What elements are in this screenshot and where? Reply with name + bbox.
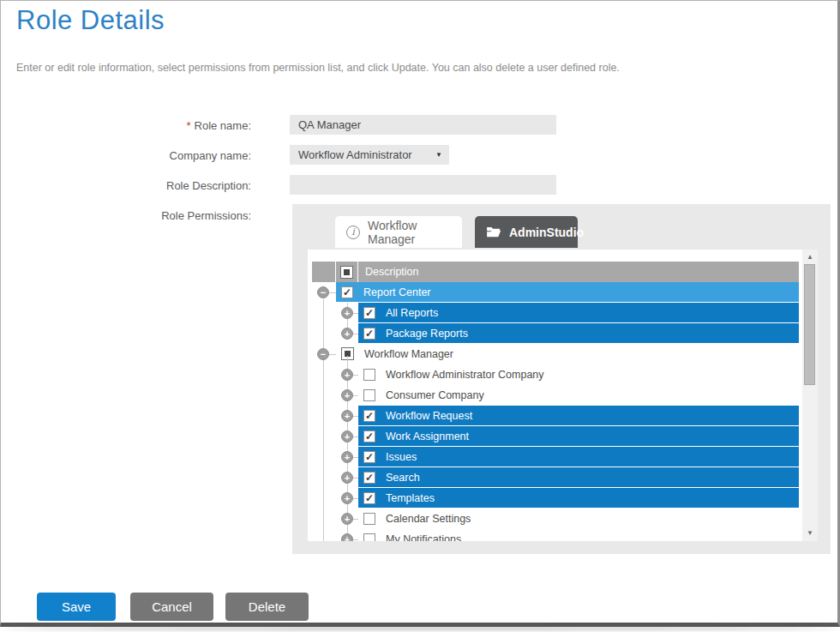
tree-row-band: Search xyxy=(358,467,799,488)
row-label: Work Assignment xyxy=(386,430,469,442)
plus-icon[interactable]: + xyxy=(341,451,353,463)
tree-row[interactable]: +Work Assignment xyxy=(312,426,799,447)
permissions-grid-body: −Report Center+All Reports+Package Repor… xyxy=(312,282,799,541)
tree-row[interactable]: +Issues xyxy=(312,447,799,467)
tree-row-gutter: + xyxy=(312,385,358,406)
minus-icon[interactable]: − xyxy=(317,348,329,360)
role-description-label: Role Description: xyxy=(18,179,251,192)
row-checkbox[interactable] xyxy=(363,307,375,319)
select-all-checkbox[interactable] xyxy=(340,266,353,279)
row-checkbox[interactable] xyxy=(363,513,375,525)
plus-icon[interactable]: + xyxy=(341,533,353,541)
page-title: Role Details xyxy=(16,5,165,36)
vertical-scrollbar[interactable]: ▲ ▼ xyxy=(802,250,818,541)
tree-row-gutter: − xyxy=(312,344,336,364)
tree-row-band: Workflow Request xyxy=(358,406,799,426)
plus-icon[interactable]: + xyxy=(341,492,353,504)
row-label: Package Reports xyxy=(386,328,468,340)
tree-row-band: Work Assignment xyxy=(358,426,799,447)
tree-row[interactable]: +Package Reports xyxy=(312,323,799,344)
tree-row-gutter: + xyxy=(312,303,358,323)
tab-workflow-manager[interactable]: i Workflow Manager xyxy=(335,216,462,248)
row-checkbox[interactable] xyxy=(363,389,375,401)
tab-label: Workflow Manager xyxy=(368,219,451,246)
role-description-input[interactable] xyxy=(290,175,556,195)
tree-row-band: Workflow Manager xyxy=(336,344,799,364)
tree-row[interactable]: +Workflow Request xyxy=(312,406,799,426)
required-asterisk: * xyxy=(186,119,190,132)
tree-row[interactable]: +My Notifications xyxy=(312,529,799,541)
row-checkbox[interactable] xyxy=(363,410,375,422)
row-label: All Reports xyxy=(386,307,438,319)
tree-row[interactable]: −Report Center xyxy=(312,282,799,303)
role-name-input[interactable] xyxy=(290,115,556,135)
tree-row-gutter: + xyxy=(312,467,358,488)
plus-icon[interactable]: + xyxy=(341,369,353,381)
window-drop-shadow xyxy=(5,627,835,630)
tree-row-band: Report Center xyxy=(336,282,799,303)
tree-row-gutter: + xyxy=(312,488,358,509)
tree-row-band: Issues xyxy=(358,447,799,467)
caret-down-icon: ▼ xyxy=(435,151,442,159)
row-label: Issues xyxy=(386,451,417,463)
row-checkbox[interactable] xyxy=(363,533,375,542)
row-label: Workflow Request xyxy=(386,410,472,422)
grid-header-checkbox-cell xyxy=(336,262,358,282)
triangle-up-icon[interactable]: ▲ xyxy=(802,252,818,262)
tree-row-gutter: + xyxy=(312,509,358,529)
row-label: Calendar Settings xyxy=(386,513,471,525)
role-permissions-panel: i Workflow Manager AdminStudio Descripti… xyxy=(292,204,831,554)
row-checkbox[interactable] xyxy=(363,430,375,442)
tree-row[interactable]: +Calendar Settings xyxy=(312,509,799,529)
minus-icon[interactable]: − xyxy=(317,286,329,298)
row-label: Consumer Company xyxy=(386,389,484,401)
row-checkbox[interactable] xyxy=(363,472,375,484)
save-button[interactable]: Save xyxy=(37,593,116,621)
tree-row-gutter: + xyxy=(312,406,358,426)
delete-button[interactable]: Delete xyxy=(225,593,309,621)
row-checkbox[interactable] xyxy=(341,286,353,298)
role-permissions-label: Role Permissions: xyxy=(18,209,251,222)
plus-icon[interactable]: + xyxy=(341,328,353,340)
company-name-select[interactable]: Workflow Administrator ▼ xyxy=(290,145,449,165)
permissions-grid: Description −Report Center+All Reports+P… xyxy=(312,262,799,541)
tree-row[interactable]: +Templates xyxy=(312,488,799,509)
tree-row[interactable]: +Consumer Company xyxy=(312,385,799,406)
row-checkbox[interactable] xyxy=(363,328,375,340)
tree-row[interactable]: −Workflow Manager xyxy=(312,344,799,364)
row-checkbox[interactable] xyxy=(363,492,375,504)
plus-icon[interactable]: + xyxy=(341,472,353,484)
tree-row-gutter: − xyxy=(312,282,336,303)
tree-row-band: My Notifications xyxy=(358,529,799,541)
tab-adminstudio[interactable]: AdminStudio xyxy=(475,216,578,248)
plus-icon[interactable]: + xyxy=(341,389,353,401)
tree-row[interactable]: +Search xyxy=(312,467,799,488)
grid-header-gutter xyxy=(312,262,336,282)
company-name-label: Company name: xyxy=(18,149,251,162)
grid-header: Description xyxy=(312,262,799,282)
row-label: Search xyxy=(386,472,420,484)
tree-row-gutter: + xyxy=(312,447,358,467)
row-checkbox[interactable] xyxy=(363,369,375,381)
role-name-label: *Role name: xyxy=(18,119,251,132)
tree-row-band: All Reports xyxy=(358,303,799,323)
tree-row-gutter: + xyxy=(312,529,358,541)
tree-row[interactable]: +All Reports xyxy=(312,303,799,323)
triangle-down-icon[interactable]: ▼ xyxy=(802,528,818,539)
row-label: My Notifications xyxy=(386,533,461,542)
info-icon: i xyxy=(346,226,360,239)
plus-icon[interactable]: + xyxy=(341,307,353,319)
tree-row[interactable]: +Workflow Administrator Company xyxy=(312,364,799,385)
cancel-button[interactable]: Cancel xyxy=(130,593,213,621)
tab-label: AdminStudio xyxy=(509,226,584,239)
plus-icon[interactable]: + xyxy=(341,430,353,442)
plus-icon[interactable]: + xyxy=(341,513,353,525)
page-subtitle: Enter or edit role information, select p… xyxy=(16,62,620,74)
plus-icon[interactable]: + xyxy=(341,410,353,422)
row-checkbox[interactable] xyxy=(363,451,375,463)
permissions-list-box: Description −Report Center+All Reports+P… xyxy=(308,250,818,541)
row-label: Report Center xyxy=(363,286,431,298)
scrollbar-thumb[interactable] xyxy=(804,264,815,385)
tree-row-band: Calendar Settings xyxy=(358,509,799,529)
row-label: Templates xyxy=(386,492,435,504)
